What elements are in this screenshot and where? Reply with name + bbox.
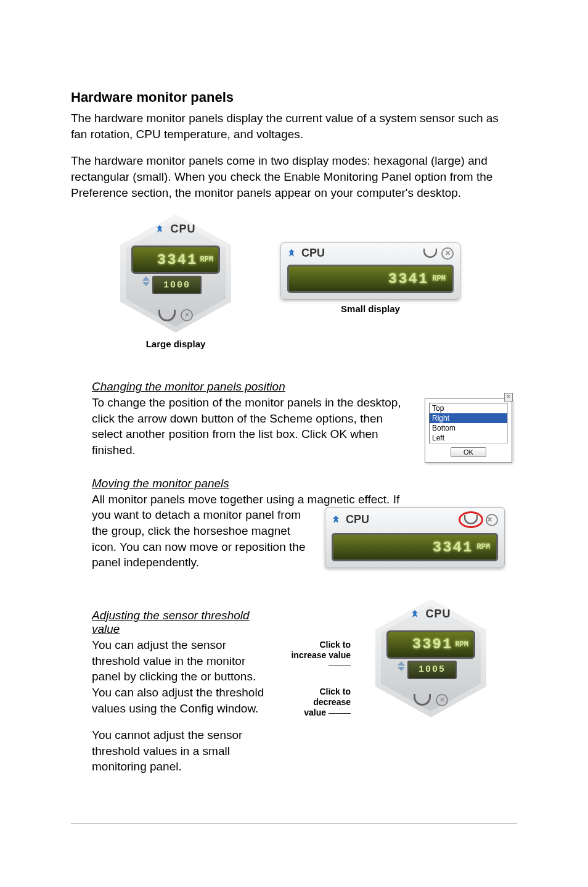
detach-panel-title: CPU [346,513,369,526]
position-option-top[interactable]: Top [430,403,507,413]
detach-panel-unit: RPM [476,543,490,551]
small-panel-title: CPU [301,247,325,259]
changing-position-body: To change the position of the monitor pa… [92,395,414,458]
small-panel-unit: RPM [432,274,446,283]
intro-paragraph-1: The hardware monitor panels display the … [71,110,517,142]
detach-monitor-panel: CPU ✕ 3341 RPM [325,507,505,568]
close-icon[interactable]: ✕ [441,247,454,260]
adjust-threshold-box: 1005 [407,661,457,679]
ok-button[interactable]: OK [451,447,486,457]
position-option-right[interactable]: Right [430,413,507,423]
adjust-panel-value: 3391 [412,636,453,653]
adjust-panel-title: CPU [426,608,451,620]
magnet-highlight-ring [459,511,483,528]
magnet-icon[interactable] [423,249,437,258]
magnet-icon[interactable] [464,515,478,524]
decrease-arrow-icon[interactable] [398,667,405,671]
footer-divider [71,823,517,823]
intro-paragraph-2: The hardware monitor panels come in two … [71,153,517,200]
small-panel-lcd: 3341 RPM [287,265,454,293]
large-panel-lcd: 3341 RPM [131,245,220,274]
detach-panel-lcd: 3341 RPM [332,533,498,561]
threshold-value-box: 1000 [152,276,202,294]
increase-arrow-icon[interactable] [398,661,405,666]
detach-panel-value: 3341 [433,539,473,556]
position-popup: ✕ Top Right Bottom Left OK [425,398,512,463]
large-panel-title: CPU [171,223,196,235]
pin-icon [155,225,164,234]
small-monitor-panel: CPU ✕ 3341 RPM [280,242,460,300]
adjust-threshold-body-1: You can adjust the sensor threshold valu… [92,637,277,716]
callouts: Click to increase value Click to decreas… [289,596,351,718]
subhead-changing-position: Changing the monitor panels position [92,380,517,394]
pin-icon [332,516,340,524]
close-icon[interactable]: ✕ [181,309,193,321]
subhead-moving-panels: Moving the monitor panels [92,477,517,490]
moving-panels-body-a: All monitor panels move together using a… [92,492,517,508]
position-option-left[interactable]: Left [430,433,507,443]
close-icon[interactable]: ✕ [486,514,498,526]
adjust-panel-lcd: 3391 RPM [386,630,475,659]
pin-icon [410,610,419,619]
svg-marker-0 [157,225,163,233]
callout-increase: Click to increase value [291,640,351,660]
large-monitor-panel: CPU 3341 RPM 1000 ✕ [108,212,243,335]
small-display-caption: Small display [280,303,460,314]
popup-close-icon[interactable]: ✕ [504,393,513,402]
svg-marker-3 [412,610,418,617]
large-panel-unit: RPM [200,255,213,264]
subhead-adjust-threshold: Adjusting the sensor threshold value [92,609,277,636]
adjust-threshold-body-2: You cannot adjust the sensor threshold v… [92,727,277,775]
svg-marker-2 [333,516,339,523]
close-icon[interactable]: ✕ [436,694,448,706]
decrease-arrow-icon[interactable] [142,282,150,286]
magnet-icon[interactable] [414,694,431,706]
small-panel-value: 3341 [388,271,429,287]
adjust-panel-unit: RPM [455,640,468,649]
moving-panels-body-b: you want to detach a monitor panel from … [92,507,314,571]
magnet-icon[interactable] [158,310,176,321]
pin-icon [287,249,296,258]
position-option-bottom[interactable]: Bottom [430,423,507,433]
large-panel-value: 3341 [157,252,198,268]
adjust-monitor-panel: CPU 3391 RPM 1005 ✕ [363,596,499,720]
svg-marker-1 [288,249,295,257]
page-title: Hardware monitor panels [71,89,517,105]
increase-arrow-icon[interactable] [142,276,150,281]
position-list[interactable]: Top Right Bottom Left [429,403,508,444]
large-display-caption: Large display [108,339,243,349]
